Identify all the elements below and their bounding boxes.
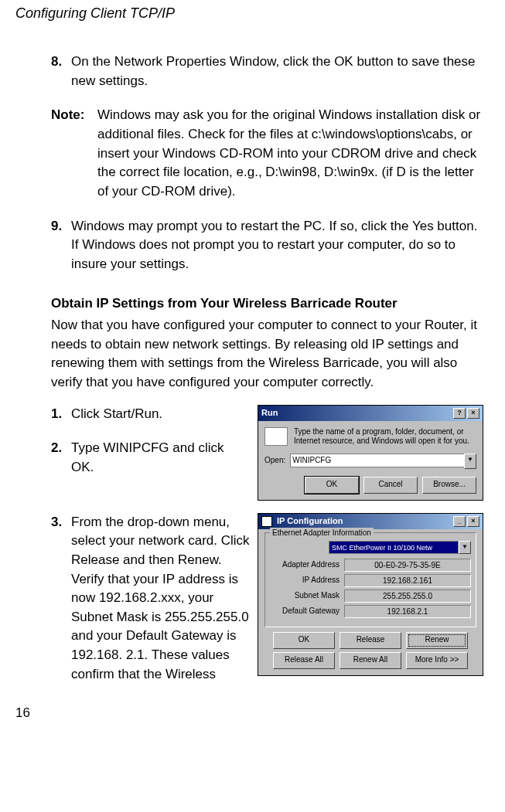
adapter-select[interactable]: SMC EtherPower II 10/100 Netw	[329, 541, 459, 554]
step-2-num: 2.	[51, 439, 71, 477]
running-head: Configuring Client TCP/IP	[15, 3, 490, 23]
page-number: 16	[15, 704, 490, 723]
ip-dialog-title: IP Configuration	[277, 516, 343, 525]
adapter-dropdown-button[interactable]: ▼	[459, 541, 471, 554]
note-block: Note: Windows may ask you for the origin…	[51, 106, 483, 201]
note-text: Windows may ask you for the original Win…	[97, 106, 483, 201]
step-1-num: 1.	[51, 405, 71, 424]
close-button[interactable]: ×	[467, 516, 479, 527]
subnet-mask-label: Subnet Mask	[270, 590, 344, 602]
section-heading: Obtain IP Settings from Your Wireless Ba…	[51, 294, 483, 314]
subnet-mask-value: 255.255.255.0	[344, 589, 471, 603]
step-8-text: On the Network Properties Window, click …	[71, 53, 483, 90]
open-label: Open:	[264, 455, 285, 467]
help-button[interactable]: ?	[453, 408, 466, 419]
release-all-button[interactable]: Release All	[273, 652, 335, 669]
adapter-address-value: 00-E0-29-75-35-9E	[344, 559, 471, 572]
default-gateway-label: Default Gateway	[270, 606, 344, 617]
step-2-text: Type WINIPCFG and click OK.	[71, 439, 250, 477]
run-prompt-text: Type the name of a program, folder, docu…	[294, 427, 476, 446]
close-button[interactable]: ×	[467, 408, 479, 419]
browse-button[interactable]: Browse...	[422, 477, 476, 494]
more-info-button[interactable]: More Info >>	[406, 652, 468, 669]
note-label: Note:	[51, 106, 97, 201]
adapter-address-label: Adapter Address	[270, 559, 344, 571]
run-dialog: Run ? × Type the name of a program, fold…	[258, 405, 483, 501]
step-9-text: Windows may prompt you to restart the PC…	[71, 217, 483, 274]
step-3-num: 3.	[51, 513, 71, 685]
ip-icon	[261, 516, 272, 527]
ethernet-adapter-fieldset: Ethernet Adapter Information SMC EtherPo…	[264, 532, 476, 627]
step-8-num: 8.	[51, 53, 71, 90]
step-1-text: Click Start/Run.	[71, 405, 250, 424]
ip-address-value: 192.168.2.161	[344, 574, 471, 587]
cancel-button[interactable]: Cancel	[363, 477, 418, 494]
ok-button[interactable]: OK	[305, 477, 359, 494]
release-button[interactable]: Release	[340, 632, 401, 649]
ip-address-label: IP Address	[270, 575, 344, 586]
default-gateway-value: 192.168.2.1	[344, 605, 471, 618]
section-intro: Now that you have configured your comput…	[51, 316, 483, 392]
step-3-text: From the drop-down menu, select your net…	[71, 513, 250, 685]
step-3: 3. From the drop-down menu, select your …	[51, 513, 250, 685]
step-8: 8. On the Network Properties Window, cli…	[51, 53, 483, 90]
ok-button[interactable]: OK	[273, 632, 335, 649]
open-dropdown-button[interactable]: ▼	[464, 454, 476, 469]
step-2: 2. Type WINIPCFG and click OK.	[51, 439, 250, 477]
step-1: 1. Click Start/Run.	[51, 405, 250, 424]
minimize-button[interactable]: _	[453, 516, 466, 527]
open-input[interactable]	[290, 454, 464, 467]
fieldset-legend: Ethernet Adapter Information	[270, 528, 374, 539]
ip-config-dialog: IP Configuration _ × Ethernet Adapter In…	[258, 513, 483, 676]
renew-all-button[interactable]: Renew All	[340, 652, 401, 669]
step-9-num: 9.	[51, 217, 71, 274]
run-dialog-title: Run	[261, 407, 278, 420]
step-9: 9. Windows may prompt you to restart the…	[51, 217, 483, 274]
run-icon	[264, 427, 288, 446]
renew-button[interactable]: Renew	[406, 632, 468, 649]
